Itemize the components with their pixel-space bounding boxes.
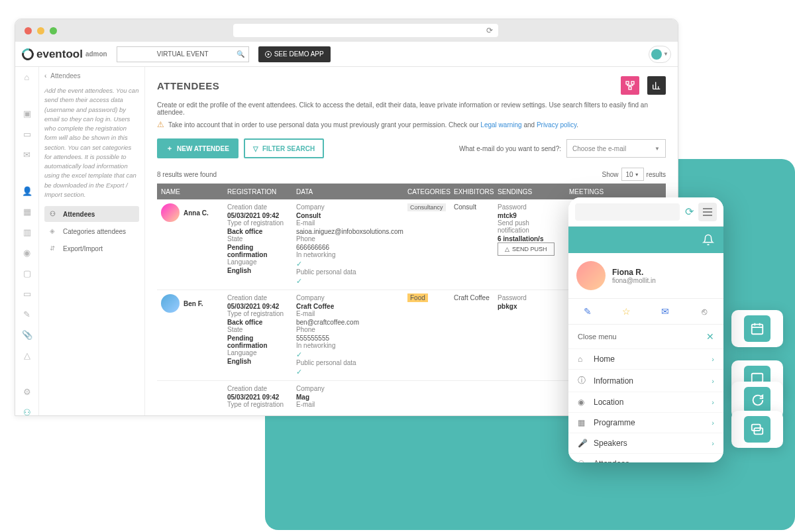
col-meetings[interactable]: MEETINGS (565, 188, 605, 195)
browser-chrome: ⟳ (15, 19, 678, 42)
reload-icon[interactable]: ⟳ (486, 26, 493, 35)
breadcrumb[interactable]: ‹ Attendees (44, 72, 139, 80)
users-icon: ⚇ (50, 210, 58, 218)
mobile-menu-item[interactable]: ⓘInformation› (568, 369, 723, 392)
action-row: ＋ NEW ATTENDEE ▽ FILTER SEARCH What e-ma… (157, 138, 666, 158)
maximize-dot[interactable] (50, 27, 57, 34)
menu-item-icon: ◉ (578, 398, 587, 407)
brand-logo[interactable]: eventool admon (22, 48, 107, 61)
clip-icon[interactable]: 📎 (22, 330, 32, 340)
tree-view-button[interactable] (621, 76, 639, 95)
home-icon[interactable]: ⌂ (22, 72, 32, 82)
mobile-search-input[interactable] (575, 203, 680, 221)
plus-icon: ＋ (166, 144, 173, 153)
warning-row: ⚠ Take into account that in order to use… (157, 120, 666, 129)
col-registration[interactable]: REGISTRATION (223, 188, 292, 195)
building-icon[interactable]: ▥ (22, 227, 32, 237)
email-select-value: Choose the e-mail (572, 145, 626, 152)
menu-item-label: Attendees (594, 459, 629, 462)
new-attendee-button[interactable]: ＋ NEW ATTENDEE (157, 138, 238, 158)
sidebar-item-export[interactable]: ⇵ Export/Import (44, 240, 139, 256)
sidebar-item-categories[interactable]: ◈ Categories attendees (44, 223, 139, 239)
legal-link[interactable]: Legal warning (480, 121, 521, 129)
mobile-bell-bar (568, 227, 723, 253)
menu-item-icon: ▦ (578, 418, 587, 427)
mobile-menu-item[interactable]: ⚇Attendees› (568, 453, 723, 462)
mobile-action-row: ✎ ☆ ✉ ⎋ (568, 298, 723, 325)
svg-rect-0 (752, 325, 763, 335)
chevron-right-icon: › (712, 439, 714, 447)
url-bar[interactable]: ⟳ (233, 24, 498, 37)
category-chip: Food (407, 293, 428, 302)
comments-icon (744, 416, 770, 443)
sidebar-item-attendees[interactable]: ⚇ Attendees (44, 206, 139, 222)
menu-item-icon: ⚇ (578, 459, 587, 462)
mobile-user-header: Fiona R. fiona@mollit.in (568, 253, 723, 298)
box-icon[interactable]: ▣ (22, 109, 32, 119)
page-size-select[interactable]: 10▼ (621, 168, 644, 181)
gallery-icon[interactable]: ▢ (22, 268, 32, 278)
minimize-dot[interactable] (37, 27, 44, 34)
settings-icon[interactable]: ⚙ (22, 387, 32, 397)
event-search-input[interactable]: VIRTUAL EVENT 🔍 (117, 46, 249, 62)
chat-icon (744, 387, 770, 413)
menu-item-icon: ⌂ (578, 354, 587, 364)
close-icon[interactable]: ✕ (706, 331, 714, 342)
page-description: Create or edit the profile of the event … (157, 101, 666, 116)
svg-rect-5 (629, 87, 631, 89)
mobile-menu-item[interactable]: ⌂Home› (568, 348, 723, 369)
edit-icon[interactable]: ✎ (582, 305, 594, 317)
chevron-down-icon: ▼ (655, 146, 660, 152)
show-label: Show (602, 171, 619, 178)
bell-icon[interactable]: △ (22, 350, 32, 360)
user-menu-button[interactable]: ▼ (649, 46, 671, 63)
chart-view-button[interactable] (647, 76, 666, 95)
btn-label: NEW ATTENDEE (177, 145, 229, 152)
pin-icon[interactable]: ◉ (22, 248, 32, 258)
widget-extra[interactable] (731, 411, 783, 448)
col-categories[interactable]: CATEGORIES (403, 188, 450, 195)
search-icon[interactable]: ⟳ (685, 205, 693, 218)
note-icon[interactable]: ▭ (22, 129, 32, 139)
mail-icon[interactable]: ✉ (659, 305, 671, 317)
chevron-down-icon: ▼ (663, 51, 668, 57)
person-icon[interactable]: 👤 (22, 186, 32, 196)
see-demo-button[interactable]: SEE DEMO APP (258, 46, 331, 62)
col-exhibitors[interactable]: EXHIBITORS (450, 188, 494, 195)
logo-mark-icon (20, 46, 36, 62)
col-sendings[interactable]: SENDINGS (494, 188, 565, 195)
menu-item-label: Location (594, 398, 623, 407)
chevron-right-icon: › (712, 377, 714, 385)
mobile-menu-item[interactable]: ◉Location› (568, 392, 723, 412)
logout-icon[interactable]: ⎋ (698, 305, 710, 317)
chevron-left-icon: ‹ (44, 72, 46, 80)
attendee-name: Anna C. (184, 209, 209, 217)
chevron-right-icon: › (712, 419, 714, 427)
mobile-top-bar: ⟳ (568, 197, 723, 227)
close-dot[interactable] (25, 27, 32, 34)
menu-item-label: Speakers (594, 439, 627, 448)
col-name[interactable]: NAME (157, 188, 223, 195)
filter-search-button[interactable]: ▽ FILTER SEARCH (244, 138, 324, 158)
warn-text: Take into account that in order to use p… (168, 121, 480, 129)
demo-label: SEE DEMO APP (274, 50, 324, 58)
send-push-button[interactable]: △SEND PUSH (498, 242, 555, 256)
calendar-icon[interactable]: ▦ (22, 207, 32, 217)
msg-icon[interactable]: ✉ (22, 150, 32, 160)
mobile-menu-item[interactable]: 🎤Speakers› (568, 433, 723, 453)
widget-programme[interactable]: ramme (731, 310, 783, 347)
mobile-menu-item[interactable]: ▦Programme› (568, 412, 723, 433)
pencil-icon[interactable]: ✎ (22, 309, 32, 319)
email-select[interactable]: Choose the e-mail ▼ (566, 139, 666, 158)
mobile-menu-button[interactable] (698, 203, 717, 221)
search-value: VIRTUAL EVENT (157, 50, 209, 58)
folder-icon[interactable]: ▭ (22, 289, 32, 299)
attendees-nav-icon[interactable]: ⚇ (22, 407, 32, 416)
star-icon[interactable]: ☆ (621, 305, 633, 317)
attendee-name: Ben F. (184, 300, 203, 307)
search-icon: 🔍 (237, 50, 244, 58)
privacy-link[interactable]: Privacy policy (537, 121, 576, 129)
col-data[interactable]: DATA (292, 188, 403, 195)
menu-item-label: Home (594, 354, 615, 364)
bell-icon[interactable] (702, 234, 714, 246)
